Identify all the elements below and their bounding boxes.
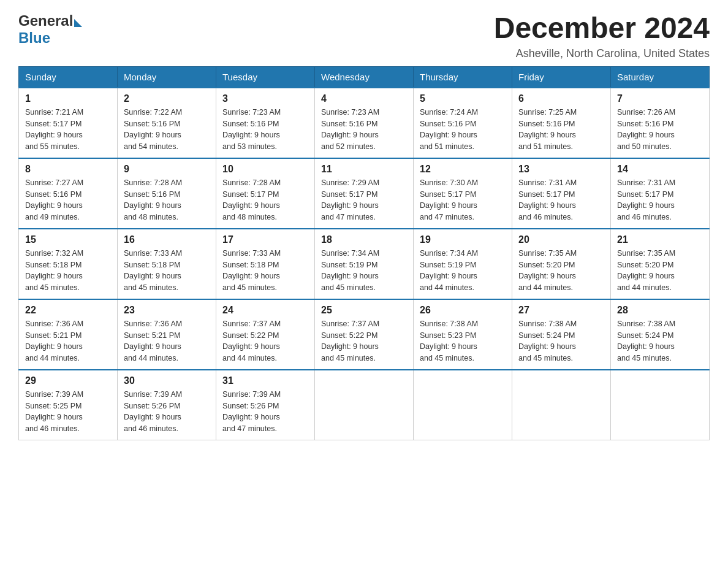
calendar-cell: 13 Sunrise: 7:31 AM Sunset: 5:17 PM Dayl…: [512, 158, 611, 229]
calendar-week-5: 29 Sunrise: 7:39 AM Sunset: 5:25 PM Dayl…: [19, 370, 710, 440]
calendar-cell: 30 Sunrise: 7:39 AM Sunset: 5:26 PM Dayl…: [118, 370, 216, 440]
weekday-header-wednesday: Wednesday: [315, 66, 414, 88]
day-number: 16: [124, 234, 210, 245]
month-title: December 2024: [494, 12, 710, 45]
day-number: 28: [617, 305, 703, 316]
weekday-header-friday: Friday: [512, 66, 611, 88]
day-number: 15: [25, 234, 111, 245]
day-info: Sunrise: 7:33 AM Sunset: 5:18 PM Dayligh…: [124, 248, 210, 294]
calendar-week-1: 1 Sunrise: 7:21 AM Sunset: 5:17 PM Dayli…: [19, 88, 710, 158]
day-info: Sunrise: 7:21 AM Sunset: 5:17 PM Dayligh…: [25, 107, 111, 153]
day-number: 5: [420, 93, 506, 104]
day-info: Sunrise: 7:38 AM Sunset: 5:24 PM Dayligh…: [518, 318, 604, 364]
calendar-cell: 17 Sunrise: 7:33 AM Sunset: 5:18 PM Dayl…: [216, 229, 315, 299]
calendar-cell: 22 Sunrise: 7:36 AM Sunset: 5:21 PM Dayl…: [19, 299, 118, 370]
day-info: Sunrise: 7:28 AM Sunset: 5:17 PM Dayligh…: [222, 177, 308, 223]
day-number: 13: [518, 164, 604, 175]
day-info: Sunrise: 7:36 AM Sunset: 5:21 PM Dayligh…: [124, 318, 210, 364]
day-info: Sunrise: 7:23 AM Sunset: 5:16 PM Dayligh…: [222, 107, 308, 153]
day-number: 29: [25, 375, 111, 386]
calendar-cell: [315, 370, 414, 440]
day-info: Sunrise: 7:37 AM Sunset: 5:22 PM Dayligh…: [321, 318, 407, 364]
weekday-row: SundayMondayTuesdayWednesdayThursdayFrid…: [19, 66, 710, 88]
day-info: Sunrise: 7:39 AM Sunset: 5:26 PM Dayligh…: [124, 389, 210, 435]
day-number: 30: [124, 375, 210, 386]
day-info: Sunrise: 7:31 AM Sunset: 5:17 PM Dayligh…: [617, 177, 703, 223]
calendar-table: SundayMondayTuesdayWednesdayThursdayFrid…: [18, 66, 710, 440]
calendar-cell: 9 Sunrise: 7:28 AM Sunset: 5:16 PM Dayli…: [118, 158, 216, 229]
calendar-cell: 1 Sunrise: 7:21 AM Sunset: 5:17 PM Dayli…: [19, 88, 118, 158]
day-number: 23: [124, 305, 210, 316]
day-info: Sunrise: 7:22 AM Sunset: 5:16 PM Dayligh…: [124, 107, 210, 153]
day-number: 12: [420, 164, 506, 175]
location-subtitle: Asheville, North Carolina, United States: [494, 47, 710, 60]
day-number: 17: [222, 234, 308, 245]
calendar-cell: 2 Sunrise: 7:22 AM Sunset: 5:16 PM Dayli…: [118, 88, 216, 158]
day-info: Sunrise: 7:25 AM Sunset: 5:16 PM Dayligh…: [518, 107, 604, 153]
day-number: 18: [321, 234, 407, 245]
day-info: Sunrise: 7:24 AM Sunset: 5:16 PM Dayligh…: [420, 107, 506, 153]
calendar-cell: 26 Sunrise: 7:38 AM Sunset: 5:23 PM Dayl…: [414, 299, 512, 370]
calendar-cell: 7 Sunrise: 7:26 AM Sunset: 5:16 PM Dayli…: [611, 88, 710, 158]
day-info: Sunrise: 7:29 AM Sunset: 5:17 PM Dayligh…: [321, 177, 407, 223]
day-info: Sunrise: 7:34 AM Sunset: 5:19 PM Dayligh…: [321, 248, 407, 294]
weekday-header-sunday: Sunday: [19, 66, 118, 88]
calendar-cell: 4 Sunrise: 7:23 AM Sunset: 5:16 PM Dayli…: [315, 88, 414, 158]
day-number: 11: [321, 164, 407, 175]
day-info: Sunrise: 7:33 AM Sunset: 5:18 PM Dayligh…: [222, 248, 308, 294]
calendar-cell: 12 Sunrise: 7:30 AM Sunset: 5:17 PM Dayl…: [414, 158, 512, 229]
day-info: Sunrise: 7:28 AM Sunset: 5:16 PM Dayligh…: [124, 177, 210, 223]
calendar-cell: 6 Sunrise: 7:25 AM Sunset: 5:16 PM Dayli…: [512, 88, 611, 158]
day-number: 27: [518, 305, 604, 316]
day-info: Sunrise: 7:37 AM Sunset: 5:22 PM Dayligh…: [222, 318, 308, 364]
day-number: 24: [222, 305, 308, 316]
calendar-cell: 29 Sunrise: 7:39 AM Sunset: 5:25 PM Dayl…: [19, 370, 118, 440]
day-info: Sunrise: 7:23 AM Sunset: 5:16 PM Dayligh…: [321, 107, 407, 153]
day-number: 1: [25, 93, 111, 104]
calendar-body: 1 Sunrise: 7:21 AM Sunset: 5:17 PM Dayli…: [19, 88, 710, 440]
weekday-header-saturday: Saturday: [611, 66, 710, 88]
calendar-week-2: 8 Sunrise: 7:27 AM Sunset: 5:16 PM Dayli…: [19, 158, 710, 229]
day-info: Sunrise: 7:39 AM Sunset: 5:26 PM Dayligh…: [222, 389, 308, 435]
day-number: 14: [617, 164, 703, 175]
day-number: 7: [617, 93, 703, 104]
day-number: 31: [222, 375, 308, 386]
day-info: Sunrise: 7:38 AM Sunset: 5:23 PM Dayligh…: [420, 318, 506, 364]
day-info: Sunrise: 7:34 AM Sunset: 5:19 PM Dayligh…: [420, 248, 506, 294]
calendar-cell: 14 Sunrise: 7:31 AM Sunset: 5:17 PM Dayl…: [611, 158, 710, 229]
day-number: 4: [321, 93, 407, 104]
weekday-header-monday: Monday: [118, 66, 216, 88]
logo: General Blue: [18, 12, 82, 47]
page-header: General Blue December 2024 Asheville, No…: [18, 12, 710, 60]
logo-triangle-icon: [74, 19, 82, 27]
calendar-cell: 21 Sunrise: 7:35 AM Sunset: 5:20 PM Dayl…: [611, 229, 710, 299]
day-number: 25: [321, 305, 407, 316]
calendar-cell: 18 Sunrise: 7:34 AM Sunset: 5:19 PM Dayl…: [315, 229, 414, 299]
title-section: December 2024 Asheville, North Carolina,…: [494, 12, 710, 60]
calendar-week-4: 22 Sunrise: 7:36 AM Sunset: 5:21 PM Dayl…: [19, 299, 710, 370]
calendar-cell: 10 Sunrise: 7:28 AM Sunset: 5:17 PM Dayl…: [216, 158, 315, 229]
calendar-header: SundayMondayTuesdayWednesdayThursdayFrid…: [19, 66, 710, 88]
calendar-week-3: 15 Sunrise: 7:32 AM Sunset: 5:18 PM Dayl…: [19, 229, 710, 299]
calendar-cell: 31 Sunrise: 7:39 AM Sunset: 5:26 PM Dayl…: [216, 370, 315, 440]
day-info: Sunrise: 7:30 AM Sunset: 5:17 PM Dayligh…: [420, 177, 506, 223]
day-info: Sunrise: 7:32 AM Sunset: 5:18 PM Dayligh…: [25, 248, 111, 294]
calendar-cell: 19 Sunrise: 7:34 AM Sunset: 5:19 PM Dayl…: [414, 229, 512, 299]
calendar-cell: 16 Sunrise: 7:33 AM Sunset: 5:18 PM Dayl…: [118, 229, 216, 299]
calendar-cell: 25 Sunrise: 7:37 AM Sunset: 5:22 PM Dayl…: [315, 299, 414, 370]
calendar-cell: 3 Sunrise: 7:23 AM Sunset: 5:16 PM Dayli…: [216, 88, 315, 158]
day-number: 6: [518, 93, 604, 104]
calendar-cell: 27 Sunrise: 7:38 AM Sunset: 5:24 PM Dayl…: [512, 299, 611, 370]
day-info: Sunrise: 7:35 AM Sunset: 5:20 PM Dayligh…: [617, 248, 703, 294]
day-info: Sunrise: 7:27 AM Sunset: 5:16 PM Dayligh…: [25, 177, 111, 223]
day-number: 2: [124, 93, 210, 104]
calendar-cell: [414, 370, 512, 440]
day-info: Sunrise: 7:26 AM Sunset: 5:16 PM Dayligh…: [617, 107, 703, 153]
day-info: Sunrise: 7:39 AM Sunset: 5:25 PM Dayligh…: [25, 389, 111, 435]
day-info: Sunrise: 7:36 AM Sunset: 5:21 PM Dayligh…: [25, 318, 111, 364]
day-number: 8: [25, 164, 111, 175]
calendar-cell: 11 Sunrise: 7:29 AM Sunset: 5:17 PM Dayl…: [315, 158, 414, 229]
calendar-cell: [512, 370, 611, 440]
calendar-cell: 5 Sunrise: 7:24 AM Sunset: 5:16 PM Dayli…: [414, 88, 512, 158]
weekday-header-tuesday: Tuesday: [216, 66, 315, 88]
